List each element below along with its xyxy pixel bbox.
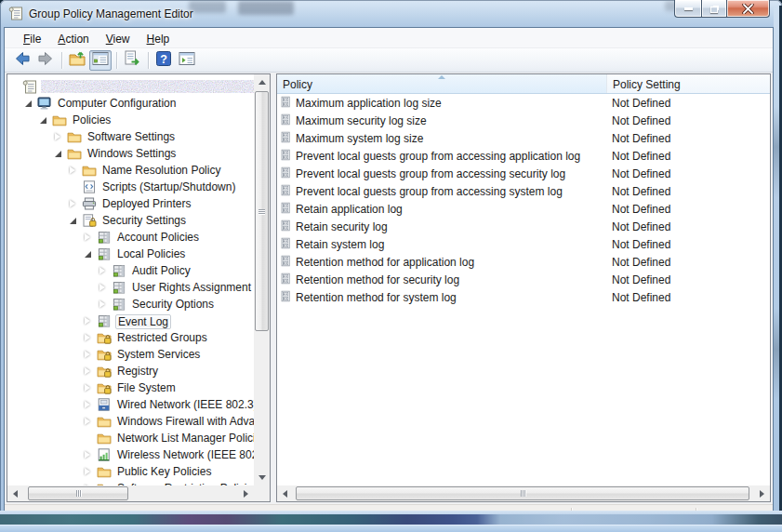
policy-row[interactable]: Retain system logNot Defined — [277, 235, 770, 253]
policy-row[interactable]: Retain application logNot Defined — [277, 200, 770, 218]
expand-arrow-icon[interactable] — [99, 266, 109, 275]
expand-arrow-icon[interactable] — [85, 233, 94, 242]
policy-name-cell[interactable]: Retention method for security log — [277, 273, 606, 287]
export-list-button[interactable] — [121, 50, 143, 71]
tree-item-label[interactable]: Event Log — [115, 314, 171, 329]
expand-arrow-icon[interactable] — [70, 199, 79, 208]
tree-item-label[interactable]: Deployed Printers — [100, 197, 192, 210]
tree-item-label[interactable]: File System — [115, 381, 178, 394]
tree-item-local-policies[interactable]: Local Policies — [7, 246, 254, 262]
policy-name-cell[interactable]: Maximum application log size — [277, 96, 606, 111]
tree-item-computer-configuration[interactable]: Computer Configuration — [7, 95, 254, 112]
policy-name-cell[interactable]: Retention method for system log — [277, 290, 606, 305]
collapse-arrow-icon[interactable] — [25, 99, 34, 108]
tree-item-label[interactable]: Software Settings — [86, 130, 177, 143]
menu-help[interactable]: Help — [139, 28, 179, 47]
policy-name-cell[interactable]: Prevent local guests group from accessin… — [277, 149, 606, 164]
scroll-left-arrow[interactable] — [7, 485, 23, 501]
tree-item-system-services[interactable]: System Services — [7, 346, 254, 363]
tree-item-label[interactable]: Account Policies — [115, 231, 201, 244]
expand-arrow-icon[interactable] — [85, 383, 94, 392]
tree-item-label[interactable]: Local Policies — [115, 247, 187, 260]
tree-item-registry[interactable]: Registry — [7, 363, 254, 379]
tree-item-label[interactable]: Windows Settings — [86, 147, 178, 160]
scroll-up-arrow[interactable] — [254, 74, 270, 90]
tree-item-security-options[interactable]: Security Options — [7, 296, 254, 313]
policy-row[interactable]: Retention method for application logNot … — [277, 253, 770, 271]
policy-name-cell[interactable]: Retention method for application log — [277, 255, 606, 270]
expand-arrow-icon[interactable] — [85, 333, 94, 342]
expand-arrow-icon[interactable] — [85, 316, 94, 326]
policy-name-cell[interactable]: Retain application log — [277, 202, 606, 217]
tree-item-label[interactable]: Wireless Network (IEEE 802.1 — [115, 448, 254, 461]
show-console-tree-button[interactable] — [89, 50, 112, 71]
collapse-arrow-icon[interactable] — [85, 249, 94, 259]
expand-arrow-icon[interactable] — [99, 283, 109, 292]
tree-item-label[interactable]: Security Settings — [100, 214, 188, 227]
expand-arrow-icon[interactable] — [85, 417, 94, 426]
tree-item-scripts-startup-shutdown[interactable]: Scripts (Startup/Shutdown) — [7, 179, 254, 195]
tree-item-label[interactable]: Audit Policy — [130, 264, 192, 277]
tree-horizontal-scrollbar[interactable] — [7, 485, 254, 501]
expand-arrow-icon[interactable] — [85, 450, 94, 459]
tree-item-policies[interactable]: Policies — [7, 112, 254, 128]
tree-item-security-settings[interactable]: Security Settings — [7, 212, 254, 229]
show-action-pane-button[interactable] — [176, 50, 198, 71]
menu-action[interactable]: Action — [49, 28, 97, 47]
tree-item-windows-settings[interactable]: Windows Settings — [7, 145, 254, 162]
collapse-arrow-icon[interactable] — [55, 149, 64, 158]
policy-name-cell[interactable]: Maximum system log size — [277, 131, 606, 146]
tree-item-label[interactable]: Security Options — [130, 298, 216, 311]
policy-row[interactable]: Maximum system log sizeNot Defined — [277, 129, 770, 147]
scroll-left-arrow[interactable] — [277, 485, 293, 501]
scroll-right-arrow[interactable] — [754, 485, 770, 501]
policy-row[interactable]: Retain security logNot Defined — [277, 218, 770, 235]
list-hscroll-thumb[interactable] — [296, 486, 749, 500]
tree-item-event-log[interactable]: Event Log — [7, 313, 254, 329]
tree-item-label[interactable]: Wired Network (IEEE 802.3) P — [115, 398, 254, 411]
tree-item-public-key-policies[interactable]: Public Key Policies — [7, 463, 254, 480]
policy-name-cell[interactable]: Prevent local guests group from accessin… — [277, 184, 606, 199]
scroll-right-arrow[interactable] — [238, 485, 254, 501]
policy-row[interactable]: Retention method for system logNot Defin… — [277, 288, 770, 306]
tree-item-windows-firewall-with-advan[interactable]: Windows Firewall with Advan — [7, 413, 254, 430]
title-bar[interactable]: Group Policy Management Editor — [0, 0, 782, 27]
scroll-down-arrow[interactable] — [254, 470, 270, 485]
tree-item-label[interactable]: Registry — [115, 365, 160, 378]
collapse-arrow-icon[interactable] — [70, 216, 79, 225]
tree-item-label[interactable]: Computer Configuration — [56, 97, 178, 110]
tree-item-audit-policy[interactable]: Audit Policy — [7, 262, 254, 279]
tree-item-label[interactable]: Public Key Policies — [115, 465, 213, 478]
expand-arrow-icon[interactable] — [85, 400, 94, 409]
tree-item-label[interactable]: Policies — [71, 113, 113, 126]
policy-row[interactable]: Prevent local guests group from accessin… — [277, 165, 770, 182]
tree-item-label[interactable]: Restricted Groups — [115, 331, 209, 344]
tree-item-wireless-network-ieee-802-1[interactable]: Wireless Network (IEEE 802.1 — [7, 446, 254, 463]
tree-item-label[interactable]: Network List Manager Polici — [115, 432, 254, 445]
list-horizontal-scrollbar[interactable] — [277, 485, 770, 501]
policy-row[interactable]: Maximum security log sizeNot Defined — [277, 112, 770, 129]
policy-row[interactable]: Prevent local guests group from accessin… — [277, 182, 770, 200]
expand-arrow-icon[interactable] — [85, 350, 94, 359]
tree-item-name-resolution-policy[interactable]: Name Resolution Policy — [7, 162, 254, 179]
tree-item-label[interactable]: Name Resolution Policy — [100, 164, 222, 177]
back-button[interactable] — [11, 50, 33, 71]
tree-vscroll-thumb[interactable] — [255, 91, 269, 331]
policy-row[interactable]: Prevent local guests group from accessin… — [277, 147, 770, 165]
expand-arrow-icon[interactable] — [85, 366, 94, 376]
policy-name-cell[interactable]: Retain security log — [277, 219, 606, 234]
help-button[interactable]: ? — [152, 50, 175, 71]
policy-row[interactable]: Retention method for security logNot Def… — [277, 271, 770, 288]
menu-view[interactable]: View — [98, 28, 139, 47]
expand-arrow-icon[interactable] — [55, 132, 64, 141]
column-header-policy[interactable]: Policy — [277, 74, 606, 93]
forward-button[interactable] — [34, 50, 57, 71]
expand-arrow-icon[interactable] — [70, 166, 79, 175]
tree-item-label[interactable]: User Rights Assignment — [130, 281, 253, 294]
tree-item-software-settings[interactable]: Software Settings — [7, 128, 254, 145]
tree-item-label[interactable]: Scripts (Startup/Shutdown) — [100, 180, 237, 193]
tree-item-label[interactable]: System Services — [115, 348, 202, 361]
policy-name-cell[interactable]: Maximum security log size — [277, 113, 606, 128]
expand-arrow-icon[interactable] — [85, 467, 94, 476]
tree-item-account-policies[interactable]: Account Policies — [7, 229, 254, 246]
